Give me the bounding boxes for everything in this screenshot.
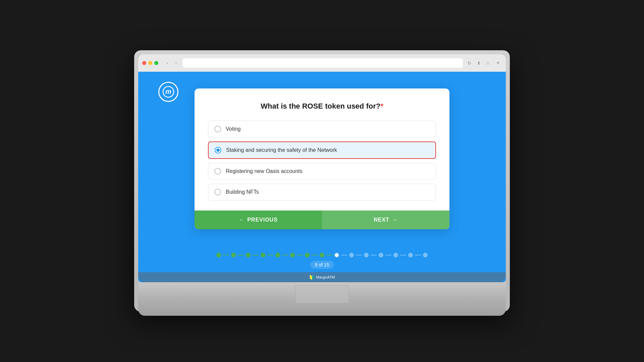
line-13 [400, 255, 406, 255]
dot-14 [408, 253, 413, 257]
taskbar: 🔰 MarginATM [138, 272, 506, 282]
taskbar-label: MarginATM [316, 275, 335, 279]
line-8 [326, 255, 332, 255]
dot-1 [216, 253, 221, 257]
radio-staking [215, 147, 221, 154]
option-staking-label: Staking and securing the safety of the N… [226, 147, 337, 153]
refresh-button[interactable]: ↻ [466, 59, 473, 67]
dot-2 [231, 253, 236, 257]
dot-6 [290, 253, 295, 257]
option-voting-label: Voting [226, 126, 240, 132]
line-2 [238, 255, 244, 255]
arrow-left-icon: ← [239, 217, 245, 223]
quiz-card: What is the ROSE token used for?* Voting [195, 88, 449, 229]
browser-navigation: ‹ › [164, 59, 180, 67]
option-registering[interactable]: Registering new Oasis accounts [208, 163, 436, 180]
required-marker: * [380, 102, 383, 110]
question-text: What is the ROSE token used for? [261, 102, 380, 110]
line-14 [415, 255, 421, 255]
dot-10 [349, 253, 354, 257]
progress-area: 9 of 15 [216, 253, 428, 269]
browser-chrome: ‹ › ↻ ⬆ ☆ + [138, 54, 506, 72]
previous-label: PREVIOUS [247, 217, 278, 223]
dot-13 [393, 253, 398, 257]
progress-dots [216, 253, 428, 257]
address-bar[interactable] [182, 58, 463, 68]
option-nfts-label: Building NFTs [226, 189, 259, 195]
dot-4 [261, 253, 265, 257]
option-voting[interactable]: Voting [208, 121, 436, 137]
option-nfts[interactable]: Building NFTs [208, 184, 436, 200]
next-label: NEXT [374, 217, 389, 223]
new-tab-button[interactable]: + [494, 59, 502, 67]
progress-label: 9 of 15 [310, 261, 334, 269]
line-12 [385, 255, 391, 255]
option-registering-label: Registering new Oasis accounts [226, 168, 303, 174]
maximize-button[interactable] [154, 61, 158, 65]
dot-12 [379, 253, 383, 257]
quiz-body: What is the ROSE token used for?* Voting [195, 88, 449, 210]
option-staking[interactable]: Staking and securing the safety of the N… [208, 141, 436, 159]
line-5 [282, 255, 288, 255]
dot-8 [320, 253, 324, 257]
bookmark-button[interactable]: ☆ [484, 59, 492, 67]
browser-actions: ↻ ⬆ ☆ [466, 59, 492, 67]
line-6 [297, 255, 303, 255]
logo-circle: m [158, 82, 178, 102]
dot-7 [305, 253, 310, 257]
traffic-lights [142, 61, 158, 65]
radio-nfts [214, 189, 221, 195]
trackpad [295, 285, 349, 303]
radio-registering [214, 168, 221, 175]
line-7 [312, 255, 318, 255]
quiz-footer: ← PREVIOUS NEXT → [195, 210, 449, 229]
laptop-bottom [138, 282, 506, 316]
forward-button[interactable]: › [172, 59, 180, 67]
previous-button[interactable]: ← PREVIOUS [195, 210, 322, 229]
close-button[interactable] [142, 61, 146, 65]
line-9 [341, 255, 347, 255]
dot-5 [275, 253, 280, 257]
taskbar-item-margin: 🔰 MarginATM [309, 275, 335, 280]
share-button[interactable]: ⬆ [475, 59, 482, 67]
line-4 [267, 255, 273, 255]
options-list: Voting Staking and securing the safety o… [208, 121, 436, 200]
logo-area: m [158, 82, 178, 102]
dot-15 [423, 253, 428, 257]
line-11 [371, 255, 377, 255]
minimize-button[interactable] [148, 61, 152, 65]
svg-text:m: m [165, 88, 171, 95]
back-button[interactable]: ‹ [164, 59, 171, 67]
radio-staking-fill [216, 148, 220, 152]
browser-content: m What is the ROSE token used for?* Voti… [138, 72, 506, 282]
arrow-right-icon: → [392, 217, 398, 223]
taskbar-icon: 🔰 [309, 275, 315, 280]
line-10 [356, 255, 362, 255]
quiz-question: What is the ROSE token used for?* [208, 102, 436, 111]
laptop-frame: ‹ › ↻ ⬆ ☆ + m [134, 50, 510, 312]
radio-voting [214, 126, 221, 132]
dot-11 [364, 253, 369, 257]
dot-3 [246, 253, 251, 257]
screen-bezel: ‹ › ↻ ⬆ ☆ + m [138, 54, 506, 282]
dot-9-current [334, 253, 339, 257]
line-1 [223, 255, 229, 255]
next-button[interactable]: NEXT → [322, 210, 449, 229]
line-3 [253, 255, 259, 255]
